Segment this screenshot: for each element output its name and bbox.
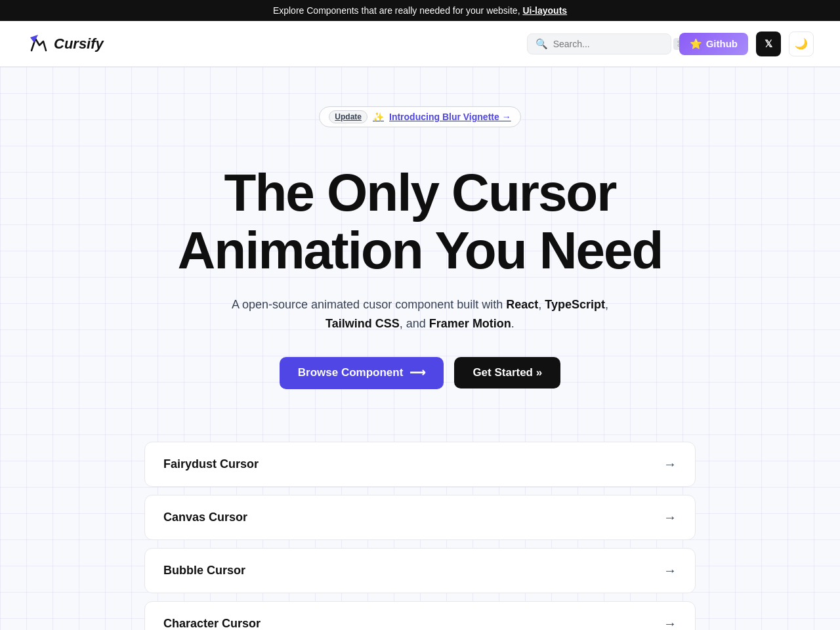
cursor-list-item[interactable]: Character Cursor → <box>144 601 696 630</box>
cursor-item-arrow: → <box>663 563 677 578</box>
cursor-item-label: Bubble Cursor <box>163 564 245 578</box>
cursor-list-item[interactable]: Fairydust Cursor → <box>144 442 696 487</box>
announcement-bar: Explore Components that are really neede… <box>0 0 840 21</box>
announcement-link[interactable]: Ui-layouts <box>522 5 567 16</box>
cursor-item-label: Character Cursor <box>163 617 261 630</box>
hero-title-line1: The Only Cursor <box>224 163 616 222</box>
cursor-item-arrow: → <box>663 616 677 630</box>
main-content: Update ✨ Introducing Blur Vignette → The… <box>0 67 840 630</box>
tech-typescript: TypeScript <box>545 298 605 311</box>
hero-title: The Only Cursor Animation You Need <box>26 164 814 280</box>
twitter-icon: 𝕏 <box>765 38 772 50</box>
dark-mode-button[interactable]: 🌙 <box>789 32 814 56</box>
hero-subtitle: A open-source animated cusor component b… <box>223 295 617 333</box>
hero-title-line2: Animation You Need <box>178 221 663 280</box>
browse-arrow: ⟶ <box>410 366 425 380</box>
badge-sparkle: ✨ <box>373 112 384 122</box>
cursor-list: Fairydust Cursor → Canvas Cursor → Bubbl… <box>144 442 696 630</box>
cursor-list-item[interactable]: Canvas Cursor → <box>144 495 696 540</box>
browse-label: Browse Component <box>298 366 404 379</box>
badge-update-label: Update <box>329 110 368 123</box>
get-started-button[interactable]: Get Started » <box>454 357 560 388</box>
cursor-item-label: Fairydust Cursor <box>163 457 259 471</box>
cta-buttons: Browse Component ⟶ Get Started » <box>26 357 814 389</box>
cursor-item-arrow: → <box>663 457 677 472</box>
tech-tailwind: Tailwind CSS <box>326 317 400 330</box>
github-label: Github <box>706 38 738 49</box>
update-badge[interactable]: Update ✨ Introducing Blur Vignette → <box>319 106 520 127</box>
logo-text: Cursify <box>54 35 104 52</box>
cursor-item-arrow: → <box>663 510 677 525</box>
badge-link: Introducing Blur Vignette → <box>389 112 511 122</box>
cursor-list-item[interactable]: Bubble Cursor → <box>144 548 696 593</box>
star-icon: ⭐ <box>690 38 702 50</box>
get-started-label: Get Started » <box>472 366 542 379</box>
update-badge-container: Update ✨ Introducing Blur Vignette → <box>26 106 814 146</box>
search-bar[interactable]: 🔍 ⌘K <box>527 33 671 54</box>
search-input[interactable] <box>553 39 668 49</box>
moon-icon: 🌙 <box>795 37 808 50</box>
cursor-item-label: Canvas Cursor <box>163 511 247 524</box>
nav-right: 🔍 ⌘K ⭐ Github 𝕏 🌙 <box>527 32 814 56</box>
tech-react: React <box>506 298 538 311</box>
search-icon: 🔍 <box>536 38 548 50</box>
github-button[interactable]: ⭐ Github <box>679 33 748 55</box>
tech-framer: Framer Motion <box>429 317 511 330</box>
announcement-text: Explore Components that are really neede… <box>273 5 520 16</box>
twitter-button[interactable]: 𝕏 <box>756 32 781 56</box>
logo[interactable]: Cursify <box>26 32 104 56</box>
logo-icon <box>26 32 50 56</box>
navbar: Cursify 🔍 ⌘K ⭐ Github 𝕏 🌙 <box>0 21 840 67</box>
browse-component-button[interactable]: Browse Component ⟶ <box>280 357 444 389</box>
